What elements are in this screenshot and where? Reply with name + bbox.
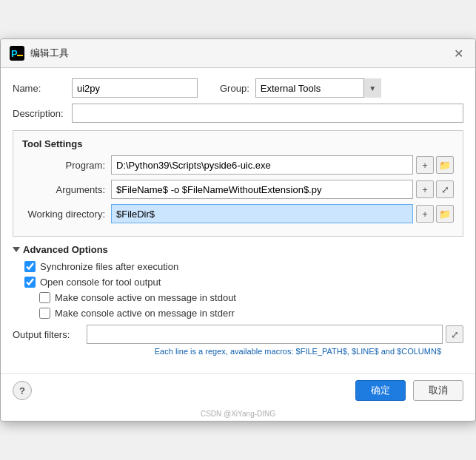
name-group-row: Name: Group: External Tools ▼ xyxy=(13,78,463,98)
description-row: Description: xyxy=(13,104,463,123)
dialog-window: P 编辑工具 ✕ Name: Group: External Tools ▼ D… xyxy=(0,38,476,422)
watermark: CSDN @XiYang-DING xyxy=(1,410,475,421)
help-button[interactable]: ? xyxy=(13,381,32,400)
collapse-triangle-icon xyxy=(13,247,20,252)
description-label: Description: xyxy=(13,108,72,119)
working-dir-folder-button[interactable]: 📁 xyxy=(436,205,454,223)
console-stderr-label: Make console active on message in stderr xyxy=(55,308,235,319)
working-dir-label: Working directory: xyxy=(22,209,111,220)
group-select[interactable]: External Tools xyxy=(255,78,381,98)
working-dir-input[interactable] xyxy=(111,204,413,223)
dialog-footer: ? 确定 取消 xyxy=(1,373,475,410)
open-console-label: Open console for tool output xyxy=(40,277,161,288)
group-label: Group: xyxy=(220,83,249,94)
output-filters-buttons: ⤢ xyxy=(446,325,463,343)
sync-files-row: Synchronize files after execution xyxy=(24,261,463,272)
program-input[interactable] xyxy=(111,155,413,175)
program-folder-icon: 📁 xyxy=(439,160,451,171)
tool-settings-section: Tool Settings Program: + 📁 Arguments: + xyxy=(13,130,463,237)
footer-right: 确定 取消 xyxy=(355,380,463,401)
svg-text:P: P xyxy=(11,48,18,59)
advanced-options-title: Advanced Options xyxy=(23,244,108,255)
console-stdout-checkbox[interactable] xyxy=(39,292,50,303)
arguments-add-button[interactable]: + xyxy=(416,180,434,198)
output-filters-row: Output filters: ⤢ xyxy=(13,325,463,344)
working-dir-folder-icon: 📁 xyxy=(439,209,451,220)
description-input[interactable] xyxy=(72,104,463,123)
arguments-buttons: + ⤢ xyxy=(416,180,454,198)
arguments-row: Arguments: + ⤢ xyxy=(22,180,454,199)
dialog-body: Name: Group: External Tools ▼ Descriptio… xyxy=(1,68,475,372)
sync-files-label: Synchronize files after execution xyxy=(40,261,178,272)
console-stdout-label: Make console active on message in stdout xyxy=(55,292,236,303)
working-dir-row: Working directory: + 📁 xyxy=(22,204,454,223)
program-buttons: + 📁 xyxy=(416,156,454,174)
program-add-button[interactable]: + xyxy=(416,156,434,174)
arguments-input[interactable] xyxy=(111,180,413,199)
console-stderr-checkbox[interactable] xyxy=(39,308,50,319)
group-select-wrap: External Tools ▼ xyxy=(255,78,381,98)
ok-button[interactable]: 确定 xyxy=(355,380,406,401)
output-filters-expand-icon: ⤢ xyxy=(451,329,459,340)
output-filters-input[interactable] xyxy=(87,325,443,344)
macro-hint: Each line is a regex, available macros: … xyxy=(13,347,463,356)
arguments-label: Arguments: xyxy=(22,184,111,195)
title-bar: P 编辑工具 ✕ xyxy=(1,39,475,68)
title-bar-left: P 编辑工具 xyxy=(10,46,69,61)
output-filters-expand-button[interactable]: ⤢ xyxy=(446,325,463,343)
name-input[interactable] xyxy=(72,78,198,98)
dialog-title: 编辑工具 xyxy=(30,47,69,60)
advanced-options-section: Advanced Options Synchronize files after… xyxy=(13,244,463,319)
name-label: Name: xyxy=(13,83,72,94)
app-icon: P xyxy=(10,46,24,61)
console-stdout-row: Make console active on message in stdout xyxy=(39,292,463,303)
advanced-options-header[interactable]: Advanced Options xyxy=(13,244,463,255)
close-button[interactable]: ✕ xyxy=(450,45,466,61)
working-dir-add-button[interactable]: + xyxy=(416,205,434,223)
cancel-button[interactable]: 取消 xyxy=(413,380,463,401)
tool-settings-title: Tool Settings xyxy=(22,138,454,149)
svg-rect-2 xyxy=(17,55,23,56)
console-stderr-row: Make console active on message in stderr xyxy=(39,308,463,319)
output-filters-label: Output filters: xyxy=(13,329,87,340)
arguments-expand-button[interactable]: ⤢ xyxy=(436,180,454,198)
program-folder-button[interactable]: 📁 xyxy=(436,156,454,174)
open-console-row: Open console for tool output xyxy=(24,277,463,288)
sync-files-checkbox[interactable] xyxy=(24,261,36,272)
program-label: Program: xyxy=(22,160,111,171)
program-row: Program: + 📁 xyxy=(22,155,454,175)
footer-left: ? xyxy=(13,381,32,400)
working-dir-buttons: + 📁 xyxy=(416,205,454,223)
open-console-checkbox[interactable] xyxy=(24,277,36,288)
arguments-expand-icon: ⤢ xyxy=(441,184,449,195)
